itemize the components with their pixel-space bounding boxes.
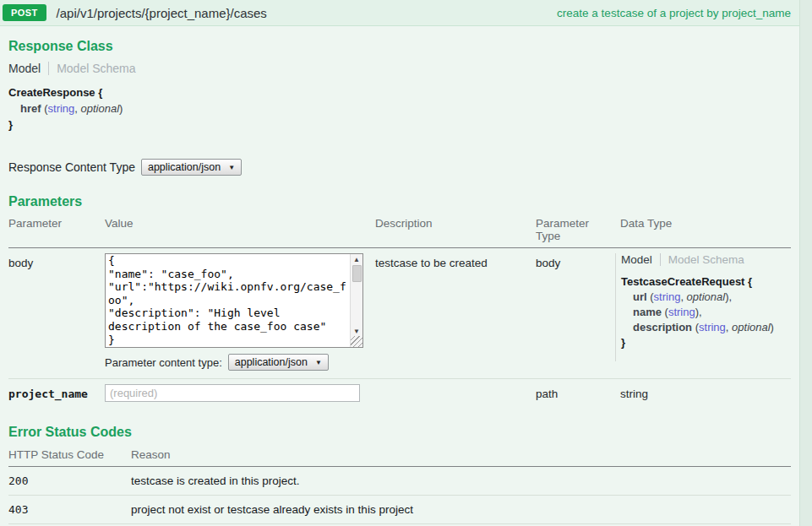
property-punct: , xyxy=(726,321,732,333)
parameter-type: body xyxy=(536,253,615,269)
endpoint-summary-link[interactable]: create a testcase of a project by projec… xyxy=(557,7,791,19)
response-class-signature: CreateResponse { href (string, optional)… xyxy=(8,84,791,133)
column-header-parameter-type: Parameter Type xyxy=(536,217,615,242)
scroll-down-icon[interactable]: ▼ xyxy=(353,328,360,335)
dropdown-arrow-icon: ▼ xyxy=(315,359,322,366)
body-parameter-textarea[interactable]: { "name": "case_foo", "url":"https://wik… xyxy=(106,254,362,347)
signature-open: CreateResponse { xyxy=(8,84,791,100)
tab-model[interactable]: Model xyxy=(621,253,661,266)
api-operation-panel: POST /api/v1/projects/{project_name}/cas… xyxy=(0,0,800,526)
parameter-name: body xyxy=(8,253,105,269)
signature-open: TestcaseCreateRequest { xyxy=(621,274,791,290)
property-punct: ( xyxy=(41,102,48,115)
response-class-title: Response Class xyxy=(8,39,791,54)
tab-model-schema[interactable]: Model Schema xyxy=(661,253,744,266)
response-class-tabs: Model Model Schema xyxy=(8,62,791,75)
selected-parameter-content-type: application/json xyxy=(235,356,308,368)
signature-property: name (string), xyxy=(621,305,791,320)
scrollbar-thumb[interactable] xyxy=(352,265,362,282)
property-type-link[interactable]: string xyxy=(654,290,681,303)
property-punct: ) xyxy=(119,102,123,115)
scroll-up-icon[interactable]: ▲ xyxy=(353,256,360,263)
property-type-link[interactable]: string xyxy=(699,321,726,333)
selected-content-type: application/json xyxy=(148,161,221,173)
property-punct: , xyxy=(74,102,80,115)
tab-model-schema[interactable]: Model Schema xyxy=(49,62,135,75)
signature-property: description (string, optional) xyxy=(621,320,791,335)
endpoint-path[interactable]: /api/v1/projects/{project_name}/cases xyxy=(57,6,267,20)
http-method-badge: POST xyxy=(3,4,46,21)
parameter-data-type: string xyxy=(615,384,791,400)
property-name: url xyxy=(633,290,647,303)
parameter-value-cell xyxy=(105,384,375,402)
data-type-tabs: Model Model Schema xyxy=(621,253,791,266)
signature-property: href (string, optional) xyxy=(8,100,791,117)
project-name-input[interactable] xyxy=(105,384,360,402)
property-punct: ), xyxy=(725,290,732,303)
property-punct: ) xyxy=(771,321,774,333)
error-status-codes-title: Error Status Codes xyxy=(8,425,791,440)
column-header-http-status-code: HTTP Status Code xyxy=(8,448,131,461)
column-header-value: Value xyxy=(105,217,375,242)
property-name: description xyxy=(633,321,692,333)
dropdown-arrow-icon: ▼ xyxy=(228,164,235,171)
parameter-content-type-select[interactable]: application/json ▼ xyxy=(228,354,329,371)
status-reason: testcase is created in this project. xyxy=(131,474,791,487)
property-flag: optional xyxy=(732,321,771,333)
parameter-data-type-cell: Model Model Schema TestcaseCreateRequest… xyxy=(615,253,791,361)
property-flag: optional xyxy=(687,290,726,303)
property-punct: ( xyxy=(662,306,668,318)
status-reason: project not exist or testcase already ex… xyxy=(131,503,791,516)
parameter-value-cell: { "name": "case_foo", "url":"https://wik… xyxy=(105,253,375,371)
parameter-content-type-row: Parameter content type: application/json… xyxy=(105,354,375,371)
property-punct: ( xyxy=(647,290,654,303)
textarea-scrollbar[interactable]: ▲ ▼ xyxy=(350,254,362,347)
signature-close: } xyxy=(621,335,791,350)
property-punct: , xyxy=(680,290,686,303)
parameter-row-project-name: project_name path string xyxy=(8,379,791,409)
endpoint-header[interactable]: POST /api/v1/projects/{project_name}/cas… xyxy=(0,0,799,26)
column-header-description: Description xyxy=(375,217,536,242)
signature-property: url (string, optional), xyxy=(621,290,791,305)
parameter-name: project_name xyxy=(8,384,105,400)
property-type-link[interactable]: string xyxy=(48,102,75,115)
response-content-type-select[interactable]: application/json ▼ xyxy=(141,159,242,176)
response-content-type-label: Response Content Type xyxy=(8,160,135,174)
parameter-description xyxy=(375,384,536,388)
property-flag: optional xyxy=(81,102,120,115)
resize-grip[interactable] xyxy=(351,336,362,347)
error-code-row: 403 project not exist or testcase alread… xyxy=(8,496,791,524)
column-header-data-type: Data Type xyxy=(615,217,791,242)
parameter-content-type-label: Parameter content type: xyxy=(105,356,222,369)
data-type-signature: TestcaseCreateRequest { url (string, opt… xyxy=(621,274,791,350)
tab-model[interactable]: Model xyxy=(8,62,49,75)
status-code: 403 xyxy=(8,503,131,516)
body-textarea-wrap: { "name": "case_foo", "url":"https://wik… xyxy=(105,253,363,348)
status-code: 200 xyxy=(8,474,131,487)
property-type-link[interactable]: string xyxy=(668,306,695,318)
parameters-table-header: Parameter Value Description Parameter Ty… xyxy=(8,211,791,248)
property-name: name xyxy=(633,306,662,318)
response-content-type-row: Response Content Type application/json ▼ xyxy=(8,159,791,176)
property-punct: ( xyxy=(692,321,699,333)
signature-close: } xyxy=(8,117,791,133)
error-code-row: 200 testcase is created in this project. xyxy=(8,467,791,496)
parameter-row-body: body { "name": "case_foo", "url":"https:… xyxy=(8,248,791,379)
column-header-parameter: Parameter xyxy=(8,217,105,242)
parameter-type: path xyxy=(536,384,615,400)
property-name: href xyxy=(20,102,41,115)
property-punct: ), xyxy=(695,306,702,318)
parameters-title: Parameters xyxy=(8,194,791,209)
error-codes-table-header: HTTP Status Code Reason xyxy=(8,442,791,467)
parameter-description: testcase to be created xyxy=(375,253,536,269)
column-header-reason: Reason xyxy=(131,448,791,461)
